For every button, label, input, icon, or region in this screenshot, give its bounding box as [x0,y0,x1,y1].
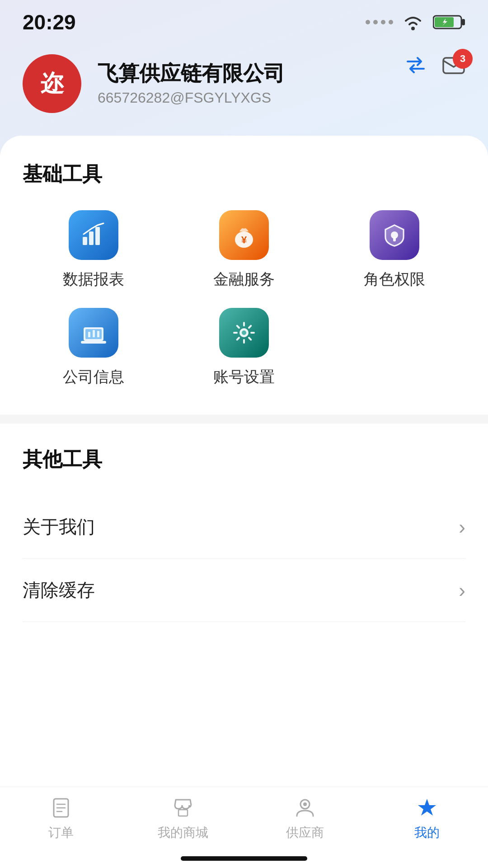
basic-tools-title: 基础工具 [23,161,465,188]
svg-rect-24 [178,810,188,816]
tool-account-settings[interactable]: 账号设置 [173,308,314,387]
svg-rect-16 [93,330,95,337]
avatar-text: 迩 [40,68,64,99]
financial-service-label: 金融服务 [213,269,275,290]
message-badge: 3 [453,49,473,69]
svg-rect-15 [88,332,90,337]
nav-supplier[interactable]: 供应商 [244,787,366,850]
data-report-icon-wrap [69,210,118,260]
message-button[interactable]: 3 [442,54,465,78]
switch-account-button[interactable] [404,55,427,77]
battery-icon [433,14,465,30]
other-tools-title: 其他工具 [23,446,465,473]
my-store-nav-label: 我的商城 [158,824,208,841]
account-settings-icon-wrap [219,308,269,358]
about-us-item[interactable]: 关于我们 › [23,495,465,559]
signal-dots-icon [366,20,393,24]
supplier-nav-label: 供应商 [286,824,324,841]
svg-point-26 [303,802,307,806]
company-id: 665726282@FSGYLYXGS [98,90,465,106]
orders-icon [49,796,73,820]
wifi-icon [401,14,425,31]
svg-text:¥: ¥ [241,234,247,245]
svg-point-19 [242,330,246,335]
svg-rect-11 [393,237,396,241]
home-bar [181,856,307,861]
svg-rect-7 [95,227,100,245]
tool-data-report[interactable]: 数据报表 [23,210,164,290]
orders-nav-label: 订单 [48,824,74,841]
company-info-icon-wrap [69,308,118,358]
about-us-label: 关于我们 [23,514,95,539]
financial-service-icon-wrap: ¥ [219,210,269,260]
company-info-label: 公司信息 [63,367,124,387]
svg-rect-5 [83,237,87,245]
bottom-nav: 订单 我的商城 供应商 我的 [0,787,488,868]
tool-company-info[interactable]: 公司信息 [23,308,164,387]
clear-cache-label: 清除缓存 [23,578,95,603]
svg-point-0 [411,27,415,30]
svg-rect-14 [81,341,106,344]
nav-my-store[interactable]: 我的商城 [122,787,244,850]
main-content: 基础工具 数据报表 [0,136,488,859]
supplier-icon [293,796,317,820]
role-permission-label: 角色权限 [364,269,425,290]
store-icon [171,796,195,820]
nav-mine[interactable]: 我的 [366,787,488,850]
svg-rect-2 [462,19,465,25]
role-permission-icon-wrap [370,210,419,260]
tool-financial-service[interactable]: ¥ 金融服务 [173,210,314,290]
status-icons [366,14,465,31]
nav-orders[interactable]: 订单 [0,787,122,850]
svg-rect-17 [97,331,99,337]
basic-tools-grid: 数据报表 ¥ 金融服务 [23,210,465,387]
svg-rect-6 [89,231,94,245]
mine-star-icon [415,796,439,820]
mine-nav-label: 我的 [414,824,440,841]
header-actions: 3 [404,54,465,78]
clear-cache-chevron-icon: › [459,579,465,602]
clear-cache-item[interactable]: 清除缓存 › [23,559,465,622]
account-settings-label: 账号设置 [213,367,275,387]
header: 迩 飞算供应链有限公司 665726282@FSGYLYXGS 3 [0,41,488,136]
tool-role-permission[interactable]: 角色权限 [324,210,465,290]
status-bar: 20:29 [0,0,488,41]
section-separator [0,415,488,424]
basic-tools-section: 基础工具 数据报表 [23,161,465,387]
other-tools-section: 其他工具 关于我们 › 清除缓存 › [23,446,465,622]
data-report-label: 数据报表 [63,269,124,290]
about-us-chevron-icon: › [459,516,465,538]
avatar: 迩 [23,54,81,113]
status-time: 20:29 [23,10,76,34]
